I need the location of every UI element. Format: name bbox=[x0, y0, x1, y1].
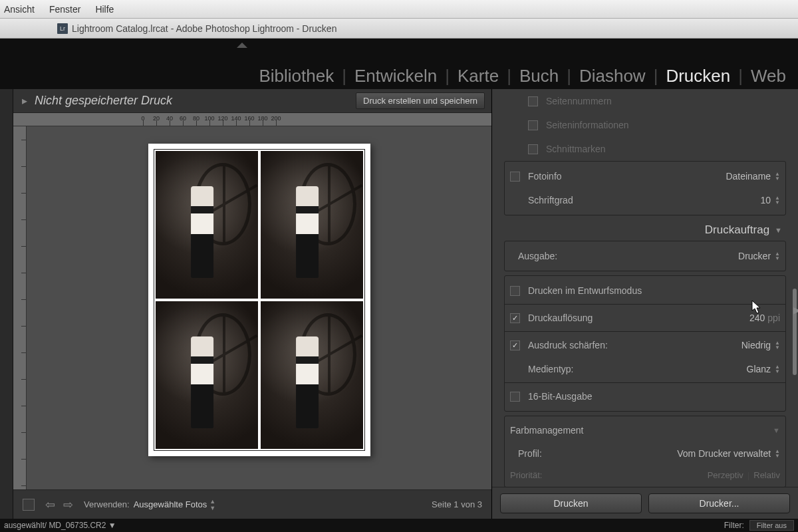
module-picker: Bibliothek| Entwickeln| Karte| Buch| Dia… bbox=[253, 66, 791, 86]
menu-window[interactable]: Fenster bbox=[49, 4, 80, 15]
crop-marks-checkbox[interactable] bbox=[528, 144, 538, 154]
stepper-icon[interactable]: ▲▼ bbox=[775, 251, 780, 261]
photo-cell-1[interactable] bbox=[156, 151, 258, 299]
output-label: Ausgabe: bbox=[518, 251, 738, 261]
photo-cell-3[interactable] bbox=[156, 301, 258, 449]
stepper-icon[interactable]: ▲▼ bbox=[775, 449, 780, 458]
triangle-down-icon: ▼ bbox=[773, 426, 780, 434]
print-preview-panel: ▸ Nicht gespeicherter Druck Druck erstel… bbox=[13, 89, 492, 519]
stepper-icon[interactable]: ▲▼ bbox=[209, 498, 215, 511]
page-numbers-checkbox[interactable] bbox=[528, 96, 538, 106]
print-page bbox=[148, 144, 370, 456]
next-page-button[interactable]: ⇨ bbox=[63, 497, 73, 512]
intent-relative-button[interactable]: Relativ bbox=[753, 470, 780, 480]
font-size-label: Schriftgrad bbox=[528, 195, 761, 205]
select-all-checkbox[interactable] bbox=[23, 499, 35, 511]
photo-cell-4[interactable] bbox=[261, 301, 363, 449]
selection-info[interactable]: ausgewählt/ MD_06735.CR2 ▼ bbox=[4, 521, 116, 530]
page-info-checkbox[interactable] bbox=[528, 120, 538, 130]
color-management-header[interactable]: Farbmanagement▼ bbox=[505, 419, 785, 442]
page-numbers-label: Seitennummern bbox=[546, 96, 781, 106]
vertical-ruler bbox=[13, 126, 27, 489]
draft-mode-label: Drucken im Entwurfsmodus bbox=[528, 285, 780, 296]
stepper-icon[interactable]: ▲▼ bbox=[775, 364, 780, 374]
media-type-dropdown[interactable]: Glanz bbox=[747, 364, 771, 374]
page-counter: Seite 1 von 3 bbox=[432, 499, 482, 509]
resolution-checkbox[interactable] bbox=[510, 313, 520, 323]
page-info-label: Seiteninformationen bbox=[546, 120, 781, 130]
stepper-icon[interactable]: ▲▼ bbox=[775, 340, 780, 350]
panel-expand-triangle-icon[interactable] bbox=[237, 43, 247, 48]
sharpen-checkbox[interactable] bbox=[510, 340, 520, 350]
module-map[interactable]: Karte bbox=[452, 66, 504, 86]
preview-toolbar: ⇦ ⇨ Verwenden: Ausgewählte Fotos ▲▼ Seit… bbox=[13, 489, 491, 519]
intent-perceptual-button[interactable]: Perzeptiv bbox=[708, 470, 743, 480]
print-button[interactable]: Drucken bbox=[500, 493, 642, 513]
resolution-label: Druckauflösung bbox=[528, 313, 749, 323]
module-library[interactable]: Bibliothek bbox=[253, 66, 339, 86]
profile-dropdown[interactable]: Vom Drucker verwaltet bbox=[677, 448, 771, 459]
output-dropdown[interactable]: Drucker bbox=[738, 251, 771, 261]
left-panel-collapsed[interactable] bbox=[0, 89, 13, 519]
panel-collapse-triangle-icon[interactable]: ▶ bbox=[793, 305, 798, 315]
intent-label: Priorität: bbox=[510, 470, 708, 480]
module-web[interactable]: Web bbox=[745, 66, 791, 86]
print-job-section-header[interactable]: Druckauftrag▼ bbox=[504, 219, 786, 241]
photo-info-checkbox[interactable] bbox=[510, 172, 520, 182]
resolution-unit: ppi bbox=[767, 313, 780, 323]
sixteen-bit-label: 16-Bit-Ausgabe bbox=[528, 391, 780, 402]
resolution-value[interactable]: 240 bbox=[749, 313, 765, 323]
module-print[interactable]: Drucken bbox=[660, 66, 735, 86]
module-picker-bar: Bibliothek| Entwickeln| Karte| Buch| Dia… bbox=[0, 39, 798, 89]
horizontal-ruler: 020406080100120140160180200 bbox=[13, 113, 491, 126]
use-dropdown[interactable]: Ausgewählte Fotos bbox=[134, 499, 207, 509]
create-saved-print-button[interactable]: Druck erstellen und speichern bbox=[356, 92, 485, 109]
filter-label: Filter: bbox=[724, 521, 744, 530]
profile-label: Profil: bbox=[518, 448, 677, 459]
window-titlebar: Lr Lightroom Catalog.lrcat - Adobe Photo… bbox=[0, 19, 798, 39]
printer-settings-button[interactable]: Drucker... bbox=[648, 493, 790, 513]
draft-mode-checkbox[interactable] bbox=[510, 286, 520, 296]
sharpen-label: Ausdruck schärfen: bbox=[528, 340, 741, 350]
filter-dropdown[interactable]: Filter aus bbox=[749, 520, 794, 531]
menu-view[interactable]: Ansicht bbox=[4, 4, 35, 15]
right-panel: Seitennummern Seiteninformationen Schnit… bbox=[492, 89, 798, 519]
stepper-icon[interactable]: ▲▼ bbox=[775, 196, 780, 205]
font-size-value[interactable]: 10 bbox=[761, 195, 771, 205]
os-menubar: Ansicht Fenster Hilfe bbox=[0, 0, 798, 19]
prev-page-button[interactable]: ⇦ bbox=[45, 497, 55, 512]
window-title: Lightroom Catalog.lrcat - Adobe Photosho… bbox=[72, 23, 336, 34]
sixteen-bit-checkbox[interactable] bbox=[510, 392, 520, 402]
crop-marks-label: Schnittmarken bbox=[546, 144, 781, 154]
photo-info-dropdown[interactable]: Dateiname bbox=[726, 171, 771, 182]
photo-cell-2[interactable] bbox=[261, 151, 363, 299]
preview-title: Nicht gespeicherter Druck bbox=[35, 94, 356, 108]
menu-help[interactable]: Hilfe bbox=[95, 4, 114, 15]
module-book[interactable]: Buch bbox=[514, 66, 564, 86]
chevron-right-icon[interactable]: ▸ bbox=[20, 96, 29, 106]
module-develop[interactable]: Entwickeln bbox=[349, 66, 442, 86]
sharpen-dropdown[interactable]: Niedrig bbox=[741, 340, 771, 350]
photo-info-label: Fotoinfo bbox=[528, 171, 726, 182]
stepper-icon[interactable]: ▲▼ bbox=[775, 172, 780, 181]
status-bar: ausgewählt/ MD_06735.CR2 ▼ Filter: Filte… bbox=[0, 519, 798, 532]
use-label: Verwenden: bbox=[84, 499, 130, 509]
triangle-down-icon: ▼ bbox=[775, 226, 782, 234]
scrollbar-thumb[interactable] bbox=[793, 289, 797, 375]
media-type-label: Medientyp: bbox=[528, 364, 747, 374]
preview-canvas[interactable] bbox=[27, 126, 491, 489]
app-icon: Lr bbox=[57, 23, 68, 34]
module-slideshow[interactable]: Diashow bbox=[574, 66, 651, 86]
